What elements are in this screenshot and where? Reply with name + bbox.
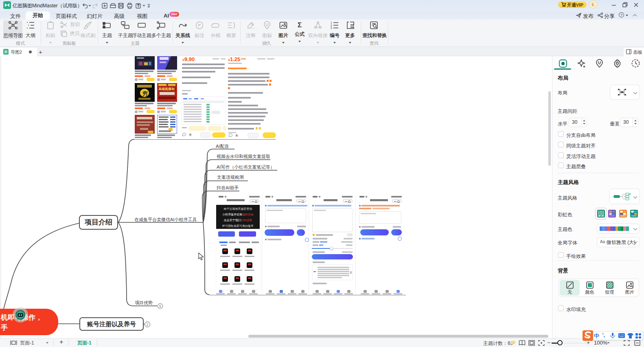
svg-text:5: 5 bbox=[159, 304, 161, 308]
svg-text:3: 3 bbox=[331, 26, 332, 29]
svg-text:2: 2 bbox=[147, 323, 149, 327]
